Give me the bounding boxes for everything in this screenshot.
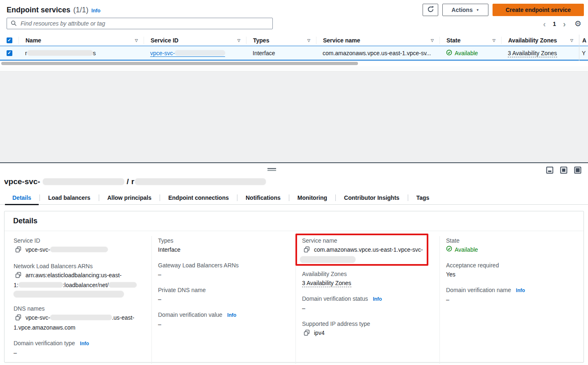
tab-tags[interactable]: Tags xyxy=(408,191,438,205)
info-link[interactable]: Info xyxy=(80,341,89,346)
redacted-text xyxy=(300,256,356,263)
filter-row: ‹ 1 › ⚙ xyxy=(7,18,581,30)
current-page-number[interactable]: 1 xyxy=(553,21,556,27)
redacted-text xyxy=(43,178,124,185)
availability-zones-popover-link[interactable]: 3 Availability Zones xyxy=(508,50,557,57)
table-row[interactable]: ✓ rs vpce-svc- Interface com.amazonaws.v… xyxy=(0,46,588,61)
sort-icon[interactable]: ▽ xyxy=(493,38,501,42)
split-panel-maximize-icon[interactable] xyxy=(574,166,581,175)
field-gateway-lb-arns: Gateway Load Balancers ARNs – xyxy=(158,261,291,279)
info-link[interactable]: Info xyxy=(227,312,236,318)
field-domain-verification-status: Domain verification status Info – xyxy=(302,294,435,313)
endpoint-services-page: Endpoint services (1/1) Info Actions ▼ xyxy=(0,0,588,365)
tab-endpoint-connections[interactable]: Endpoint connections xyxy=(160,191,237,205)
resource-count: (1/1) xyxy=(73,6,88,14)
cell-service-id: vpce-svc- xyxy=(144,50,246,56)
column-header-state[interactable]: State ▽ xyxy=(439,37,501,44)
column-header-acceptance-clipped[interactable]: A xyxy=(579,37,588,44)
redacted-text xyxy=(27,50,93,56)
details-column-2: Types Interface Gateway Load Balancers A… xyxy=(151,236,295,364)
pagination: ‹ 1 › ⚙ xyxy=(543,19,581,28)
status-available-icon xyxy=(446,245,452,254)
field-domain-verification-name: Domain verification name Info – xyxy=(446,285,579,304)
next-page-button[interactable]: › xyxy=(563,20,566,28)
cell-name: rs xyxy=(19,50,144,56)
redacted-text xyxy=(14,291,124,297)
row-checkbox[interactable]: ✓ xyxy=(7,50,12,56)
column-header-service-name[interactable]: Service name ▽ xyxy=(316,37,439,44)
availability-zones-popover-link[interactable]: 3 Availability Zones xyxy=(302,280,351,287)
select-all-checkbox[interactable]: ✓ xyxy=(7,37,12,43)
copy-icon[interactable] xyxy=(15,247,21,254)
info-link[interactable]: Info xyxy=(373,296,382,302)
redacted-text xyxy=(19,282,63,288)
redacted-text xyxy=(135,178,266,185)
sort-icon[interactable]: ▽ xyxy=(237,38,246,42)
column-header-types[interactable]: Types ▽ xyxy=(246,37,316,44)
cell-availability-zones: 3 Availability Zones xyxy=(501,50,579,56)
field-types: Types Interface xyxy=(158,236,291,254)
details-column-3: Service name com.amazonaws.vpce.us-east-… xyxy=(295,236,439,364)
row-checkbox-cell: ✓ xyxy=(0,50,19,56)
field-supported-ip-type: Supported IP address type ipv4 xyxy=(302,319,435,338)
redacted-text xyxy=(50,247,108,252)
field-domain-verification-value: Domain verification value Info – xyxy=(158,310,291,329)
search-icon xyxy=(11,20,17,28)
tab-allow-principals[interactable]: Allow principals xyxy=(99,191,160,205)
details-section: Details Service ID vpce-svc- Network Loa… xyxy=(4,211,584,363)
endpoint-services-card: Endpoint services (1/1) Info Actions ▼ xyxy=(0,0,588,66)
copy-icon[interactable] xyxy=(304,247,310,254)
copy-icon[interactable] xyxy=(15,315,21,322)
redacted-text xyxy=(50,315,112,320)
details-heading: Details xyxy=(5,211,583,231)
column-divider xyxy=(579,35,579,61)
field-domain-verification-type: Domain verification type Info – xyxy=(14,339,146,357)
tab-details[interactable]: Details xyxy=(4,191,40,205)
column-header-service-id[interactable]: Service ID ▽ xyxy=(144,37,246,44)
refresh-icon xyxy=(427,6,434,14)
horizontal-scrollbar xyxy=(0,62,588,65)
sort-icon[interactable]: ▽ xyxy=(431,38,439,42)
sort-icon[interactable]: ▽ xyxy=(307,38,316,42)
column-header-availability-zones[interactable]: Availability Zones ▽ xyxy=(501,37,579,44)
page-title: Endpoint services xyxy=(7,6,70,14)
caret-down-icon: ▼ xyxy=(476,8,479,12)
tab-contributor-insights[interactable]: Contributor Insights xyxy=(336,191,408,205)
copy-icon[interactable] xyxy=(304,330,310,337)
field-private-dns-name: Private DNS name – xyxy=(158,285,291,304)
info-link[interactable]: Info xyxy=(91,8,100,14)
details-column-4: State Available Acceptance required xyxy=(439,236,583,364)
actions-button[interactable]: Actions ▼ xyxy=(442,4,488,16)
tab-load-balancers[interactable]: Load balancers xyxy=(40,191,99,205)
previous-page-button[interactable]: ‹ xyxy=(543,20,546,28)
check-icon: ✓ xyxy=(7,51,11,55)
split-panel-side-icon[interactable] xyxy=(560,166,567,175)
details-column-1: Service ID vpce-svc- Network Load Balanc… xyxy=(5,236,151,364)
field-service-id: Service ID vpce-svc- xyxy=(14,236,146,255)
header-checkbox-cell: ✓ xyxy=(0,37,19,43)
field-dns-names: DNS names vpce-svc-.us-east- 1.vpce.amaz… xyxy=(14,304,146,332)
field-acceptance-required: Acceptance required Yes xyxy=(446,261,579,279)
sort-icon[interactable]: ▽ xyxy=(135,38,144,42)
tab-monitoring[interactable]: Monitoring xyxy=(289,191,335,205)
page-header: Endpoint services (1/1) Info Actions ▼ xyxy=(7,3,584,16)
split-panel-bottom-icon[interactable] xyxy=(546,166,553,175)
split-panel: vpce-svc- / r Details Load balancers All… xyxy=(0,162,588,365)
service-id-link[interactable]: vpce-svc- xyxy=(150,50,225,57)
refresh-button[interactable] xyxy=(423,4,438,16)
column-header-name[interactable]: Name ▽ xyxy=(19,37,144,44)
cell-service-name: com.amazonaws.vpce.us-east-1.vpce-sv... xyxy=(316,50,439,56)
create-endpoint-service-button[interactable]: Create endpoint service xyxy=(493,4,584,16)
split-panel-drag-handle[interactable] xyxy=(267,168,276,171)
redacted-text xyxy=(109,282,137,288)
search-input[interactable] xyxy=(7,18,273,29)
sort-icon[interactable]: ▽ xyxy=(570,38,579,42)
table-settings-gear-icon[interactable]: ⚙ xyxy=(574,19,581,28)
info-link[interactable]: Info xyxy=(516,288,525,293)
tab-notifications[interactable]: Notifications xyxy=(237,191,289,205)
cell-acceptance-clipped: Y xyxy=(579,50,588,56)
copy-icon[interactable] xyxy=(15,273,21,279)
horizontal-scrollbar-thumb[interactable] xyxy=(1,62,358,65)
split-panel-layout-controls xyxy=(546,166,581,175)
card-footer-strip xyxy=(0,66,588,72)
